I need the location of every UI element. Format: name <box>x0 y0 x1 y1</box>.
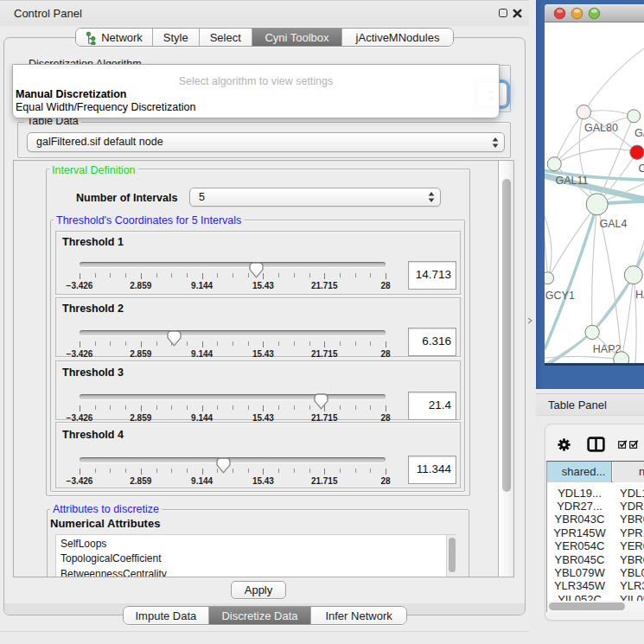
network-edge[interactable] <box>583 47 644 112</box>
interval-definition-group-title: Interval Definition <box>49 165 138 176</box>
threshold-value-field-2[interactable]: 6.316 <box>408 328 456 356</box>
table-row[interactable]: YDL19...YDL19... <box>547 487 644 500</box>
slider-tick-label: 28 <box>380 476 390 486</box>
threshold-value-field-1[interactable]: 14.713 <box>408 261 456 290</box>
slider-tick-label: 9.144 <box>191 476 213 486</box>
table-header-shared-name[interactable]: shared... <box>547 462 612 482</box>
control-panel-title: Control Panel <box>14 7 82 20</box>
tab-select[interactable]: Select <box>200 29 253 46</box>
network-node-unlabeled[interactable] <box>614 352 629 363</box>
slider-tick-label: 9.144 <box>191 413 213 423</box>
network-edge[interactable] <box>545 228 548 278</box>
panel-collapse-chevron-icon[interactable] <box>527 317 532 324</box>
numerical-attributes-list[interactable]: SelfLoopsTopologicalCoefficientBetweenne… <box>55 534 456 577</box>
tab-cyni-toolbox[interactable]: Cyni Toolbox <box>252 29 342 46</box>
apply-button[interactable]: Apply <box>231 581 286 599</box>
threshold-panel-1: Threshold 1−3.4262.8599.14415.4321.71528… <box>55 231 461 295</box>
popup-item-manual-discretization[interactable]: Manual Discretization <box>16 88 127 100</box>
gear-icon[interactable] <box>558 437 571 452</box>
attribute-item-betweennesscentrality[interactable]: BetweennessCentrality <box>61 568 167 577</box>
network-node-gal4[interactable] <box>586 194 608 215</box>
settings-vertical-scrollbar-thumb[interactable] <box>502 179 511 492</box>
threshold-slider-track-3[interactable] <box>80 394 386 399</box>
attributes-list-scrollbar[interactable] <box>446 535 456 577</box>
threshold-value-field-3[interactable]: 21.4 <box>408 392 456 420</box>
network-edge[interactable] <box>548 204 597 278</box>
table-row[interactable]: YBL079WYBL079W <box>547 566 644 579</box>
settings-vertical-scrollbar[interactable] <box>498 160 514 577</box>
attribute-item-selfloops[interactable]: SelfLoops <box>61 538 106 550</box>
thresholds-group-title: Threshold's Coordinates for 5 Intervals <box>54 215 244 226</box>
table-horizontal-scrollbar[interactable] <box>547 601 644 612</box>
network-node-gal11[interactable] <box>547 157 561 171</box>
network-node-gal80[interactable] <box>577 105 590 118</box>
cell-shared-name: YPR145W <box>547 526 612 539</box>
table-row[interactable]: YDR27...YDR27... <box>547 500 644 513</box>
network-view-window: GAL80GAL3CDCGAL11GAL4GCY1HAPHAP2 <box>536 0 644 389</box>
table-row[interactable]: YER054CYER054C <box>547 539 644 552</box>
cell-name: YBL079W <box>620 566 644 579</box>
tab-jactivemnodules[interactable]: jActiveMNodules <box>342 29 453 46</box>
slider-ticks <box>80 405 386 412</box>
slider-tick-label: 15.43 <box>252 413 274 423</box>
popup-item-equal-width-frequency-discretization[interactable]: Equal Width/Frequency Discretization <box>16 101 195 113</box>
table-data-combo-value: galFiltered.sif default node <box>36 136 163 148</box>
settings-scroll-viewport: Interval Definition Number of Intervals … <box>13 160 498 577</box>
close-icon[interactable] <box>513 9 522 18</box>
network-edge[interactable] <box>554 149 637 164</box>
slider-tick-label: 15.43 <box>252 281 274 290</box>
table-row[interactable]: YBR045CYBR045C <box>547 553 644 566</box>
slider-tick-label: −3.426 <box>67 349 93 359</box>
checkbox-icon[interactable] <box>618 440 628 449</box>
network-canvas[interactable]: GAL80GAL3CDCGAL11GAL4GCY1HAPHAP2 <box>545 22 644 363</box>
tab-label: Discretize Data <box>221 609 297 622</box>
tab-label: Impute Data <box>136 609 197 622</box>
slider-tick-label: −3.426 <box>67 413 93 423</box>
float-window-icon[interactable] <box>499 9 507 17</box>
table-horizontal-scrollbar-thumb[interactable] <box>549 603 625 611</box>
slider-tick-label: 15.43 <box>252 349 274 359</box>
table-header-name[interactable]: na... <box>613 462 644 482</box>
attributes-list-scrollbar-thumb[interactable] <box>449 538 456 572</box>
network-edge[interactable] <box>545 214 552 278</box>
cell-name: YDL19... <box>620 487 644 500</box>
threshold-slider-track-2[interactable] <box>80 330 386 335</box>
slider-tick-label: 21.715 <box>311 413 338 423</box>
cell-name: YDR27... <box>620 500 644 513</box>
tab-discretize-data[interactable]: Discretize Data <box>209 607 311 624</box>
tab-infer-network[interactable]: Infer Network <box>311 607 406 624</box>
threshold-value-field-4[interactable]: 11.344 <box>408 456 456 484</box>
attribute-item-topologicalcoefficient[interactable]: TopologicalCoefficient <box>61 552 162 564</box>
network-node-gcy1[interactable] <box>545 272 554 284</box>
traffic-light-buttons[interactable] <box>553 7 609 20</box>
tab-network[interactable]: Network <box>76 29 153 46</box>
tab-style[interactable]: Style <box>153 29 200 46</box>
tab-impute-data[interactable]: Impute Data <box>124 607 209 624</box>
slider-tick-label: 21.715 <box>311 281 338 290</box>
columns-icon[interactable] <box>587 437 605 452</box>
table-data-combo[interactable]: galFiltered.sif default node <box>27 132 505 152</box>
slider-tick-label: 28 <box>380 349 390 359</box>
threshold-slider-thumb-1[interactable] <box>249 262 264 278</box>
network-node-cdc[interactable] <box>630 145 644 159</box>
network-node-label: CDC <box>639 163 644 175</box>
table-row[interactable]: YBR043CYBR043C <box>547 513 644 526</box>
table-row[interactable]: YPR145WYPR145W <box>547 526 644 539</box>
network-node-hap2[interactable] <box>585 325 599 339</box>
threshold-value-4: 11.344 <box>417 462 451 475</box>
threshold-slider-track-4[interactable] <box>80 457 386 462</box>
threshold-slider-thumb-3[interactable] <box>314 393 328 410</box>
threshold-slider-thumb-2[interactable] <box>167 330 182 347</box>
network-node-gal3[interactable] <box>628 110 641 123</box>
slider-tick-label: 9.144 <box>191 281 213 290</box>
network-node-hap[interactable] <box>624 266 642 284</box>
combo-updown-icon <box>492 137 499 148</box>
table-row[interactable]: YLR345WYLR345W <box>547 579 644 592</box>
number-of-intervals-combo[interactable]: 5 <box>189 188 441 207</box>
slider-ticks <box>80 469 386 475</box>
threshold-slider-track-1[interactable] <box>80 262 386 267</box>
checkbox-icon[interactable] <box>629 440 639 449</box>
threshold-slider-thumb-4[interactable] <box>216 457 231 474</box>
threshold-panel-2: Threshold 2−3.4262.8599.14415.4321.71528… <box>55 297 461 357</box>
slider-ticks <box>80 273 386 280</box>
